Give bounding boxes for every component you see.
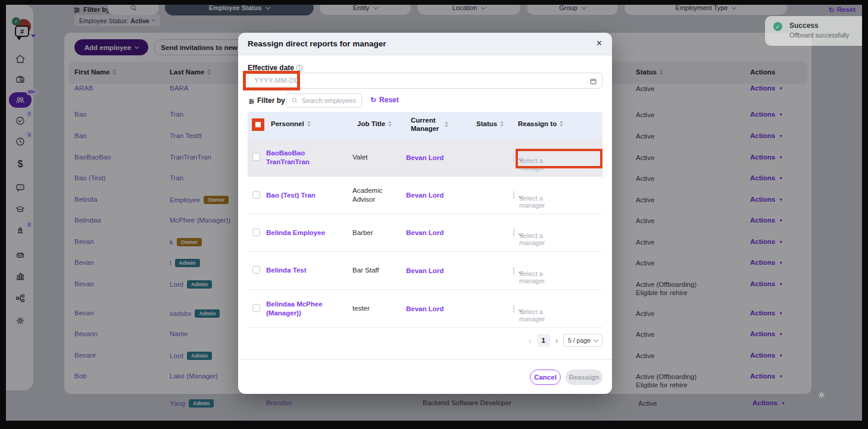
row-checkbox[interactable] — [248, 304, 266, 313]
row-checkbox[interactable] — [248, 228, 266, 237]
toast-title: Success — [789, 21, 819, 30]
modal-table-row: Bao (Test) Tran Academic Advisor Bevan L… — [248, 177, 602, 214]
pagination: ‹ 1 › 5 / page — [529, 333, 602, 347]
cell-current-manager[interactable]: Bevan Lord — [406, 267, 472, 274]
manager-select[interactable]: Select a manager — [513, 305, 514, 313]
header-job-title[interactable]: Job Title — [357, 120, 392, 127]
cell-job-title: Academic Advisor — [352, 186, 406, 204]
cell-reassign-to: Select a manager — [513, 305, 598, 312]
cell-personnel[interactable]: Belindaa McPhee (Manager)) — [266, 300, 352, 318]
frame-top — [0, 0, 868, 5]
cell-current-manager[interactable]: Bevan Lord — [406, 229, 472, 236]
cell-personnel[interactable]: Bao (Test) Tran — [266, 191, 352, 200]
header-reassign-to[interactable]: Reassign to — [518, 120, 563, 127]
chevron-down-icon — [594, 337, 598, 342]
filter-sliders-icon — [248, 97, 255, 108]
effective-date-input[interactable]: YYYY-MM-DD — [248, 73, 602, 89]
manager-select[interactable]: Select a manager — [513, 228, 514, 237]
close-icon[interactable]: ✕ — [596, 39, 602, 48]
modal-filter-by-label: Filter by — [257, 96, 285, 105]
header-status[interactable]: Status — [476, 120, 504, 127]
cell-reassign-to: Select a manager — [513, 229, 598, 236]
success-check-icon: ✓ — [773, 22, 782, 31]
frame-left — [0, 0, 6, 429]
cell-current-manager[interactable]: Bevan Lord — [406, 192, 472, 199]
page-number[interactable]: 1 — [537, 334, 550, 347]
sort-icon — [560, 121, 563, 127]
frame-right — [862, 0, 868, 429]
cell-job-title: tester — [352, 304, 406, 313]
annotation-box-select-all-checkbox — [252, 118, 264, 131]
search-icon — [291, 97, 298, 104]
header-current-manager[interactable]: Current Manager — [411, 116, 457, 133]
row-checkbox[interactable] — [248, 191, 266, 200]
reset-icon: ↻ — [370, 96, 376, 104]
page-size-select[interactable]: 5 / page — [563, 334, 602, 347]
cell-personnel[interactable]: Belinda Test — [266, 266, 352, 275]
modal-footer-divider — [238, 359, 612, 360]
cell-job-title: Bar Staff — [352, 266, 406, 275]
sort-icon — [500, 121, 504, 127]
search-placeholder: Search employees — [302, 97, 356, 104]
cell-current-manager[interactable]: Bevan Lord — [406, 154, 472, 161]
next-page-icon[interactable]: › — [555, 336, 558, 345]
modal-title: Reassign direct reports for manager — [248, 39, 386, 48]
manager-select[interactable]: Select a manager — [513, 154, 514, 162]
modal-table-row: Belindaa McPhee (Manager)) tester Bevan … — [248, 290, 602, 328]
annotation-box-manager-select — [516, 149, 602, 168]
modal-table-row: Belinda Test Bar Staff Bevan Lord Select… — [248, 252, 602, 290]
modal-table-row: Belinda Employee Barber Bevan Lord Selec… — [248, 214, 602, 252]
toast-message: Offboard successfully — [789, 32, 849, 39]
sort-icon — [445, 121, 448, 127]
manager-select[interactable]: Select a manager — [513, 191, 514, 199]
cancel-button[interactable]: Cancel — [530, 369, 561, 385]
sort-icon — [307, 121, 311, 127]
annotation-box-date-input — [243, 71, 300, 90]
cell-job-title: Valet — [352, 153, 406, 162]
calendar-icon[interactable] — [589, 77, 597, 87]
screenshot-root: ✓ # 99+ 7 1 $ 2 Filter by Employee Statu… — [0, 0, 868, 429]
modal-reset-button[interactable]: ↻Reset — [370, 96, 399, 104]
cell-job-title: Barber — [352, 228, 406, 237]
header-personnel[interactable]: Personnel — [271, 120, 311, 127]
reassign-button[interactable]: Reassign — [566, 369, 602, 385]
cell-personnel[interactable]: Belinda Employee — [266, 228, 352, 237]
row-checkbox[interactable] — [248, 153, 266, 162]
search-employees-input[interactable]: Search employees — [286, 93, 362, 108]
prev-page-icon[interactable]: ‹ — [529, 336, 531, 345]
manager-select[interactable]: Select a manager — [513, 267, 514, 275]
cell-reassign-to: Select a manager — [513, 192, 598, 199]
row-checkbox[interactable] — [248, 266, 266, 275]
modal-table-header: Personnel Job Title Current Manager Stat… — [248, 112, 602, 138]
floating-gear-icon[interactable] — [817, 390, 826, 402]
cell-current-manager[interactable]: Bevan Lord — [406, 305, 472, 312]
frame-bottom — [0, 421, 868, 429]
success-toast: ✓ Success Offboard successfully — [765, 16, 866, 46]
cell-personnel[interactable]: BaoBaoBao TranTranTran — [266, 149, 352, 167]
cell-reassign-to: Select a manager — [513, 267, 598, 274]
modal-header: Reassign direct reports for manager ✕ — [238, 33, 612, 55]
sort-icon — [388, 121, 392, 127]
